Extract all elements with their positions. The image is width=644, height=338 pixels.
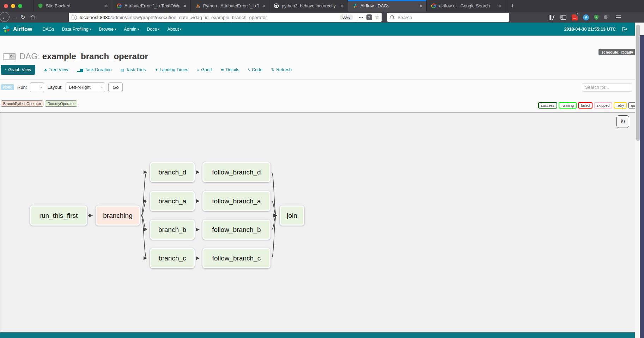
close-icon[interactable]: × [104,3,109,9]
browser-tab-site-blocked[interactable]: Site Blocked × [33,0,112,12]
divider [0,79,635,80]
menu-hamburger-icon[interactable] [614,13,622,21]
shield-extension-icon[interactable]: £ [593,13,600,21]
chevron-down-icon: ▾ [138,27,139,31]
chevron-down-icon: ▾ [158,27,160,31]
reload-button[interactable]: ↻ [19,13,27,21]
layout-select[interactable]: Left->Right▾ [66,82,105,92]
close-icon[interactable]: × [183,3,187,9]
menu-item-dags[interactable]: DAGs [38,27,58,32]
tab-title: python3: behave incorrectly mo [282,4,337,8]
library-icon[interactable] [547,13,555,21]
spheres-extension-icon[interactable] [603,13,611,21]
browser-tab-airflow-dags[interactable]: Airflow - DAGs × [348,0,426,12]
tab-graph-view[interactable]: *Graph View [1,65,35,75]
google-favicon [116,3,122,9]
tab-refresh[interactable]: ↻Refresh [271,67,292,72]
browser-tab-bar: Site Blocked × AttributeError: '_io.Text… [0,0,644,12]
close-window-button[interactable] [4,4,8,8]
dag-node-follow_branch_d[interactable]: follow_branch_d [202,162,271,182]
footer-bar [0,332,641,338]
tab-code[interactable]: ϟCode [248,67,262,72]
red-extension-icon[interactable]: ...1 [571,13,578,21]
menu-item-docs[interactable]: Docs▾ [143,27,163,32]
menu-item-about[interactable]: About▾ [163,27,185,32]
logout-icon[interactable] [621,26,628,32]
status-badge-success: success [538,102,557,109]
code-icon: ϟ [248,68,250,72]
browser-tab-python3-behave[interactable]: python3: behave incorrectly mo × [269,0,348,12]
dag-node-branch_a[interactable]: branch_a [150,191,195,211]
browser-search-bar[interactable] [387,13,509,22]
page-actions-icon[interactable]: ••• [359,16,364,19]
google-favicon [431,3,436,9]
dag-node-follow_branch_b[interactable]: follow_branch_b [202,220,271,240]
url-bar[interactable]: i localhost:8080 /admin/airflow/graph?ex… [69,13,382,22]
details-icon: ≣ [221,68,224,72]
browser-tab-google-search[interactable]: airflow ui - Google Search × [426,0,505,12]
bookmark-star-icon[interactable]: ☆ [375,14,379,20]
dag-node-follow_branch_a[interactable]: follow_branch_a [202,191,271,211]
zoom-level-badge[interactable]: 80% [340,14,353,20]
browser-search-input[interactable] [397,15,496,20]
task-tries-icon: ▤ [121,68,124,72]
run-select[interactable]: ▾ [30,82,44,92]
dag-node-branching[interactable]: branching [96,205,140,226]
task-duration-icon: ▂▆ [77,68,83,72]
blue-extension-icon[interactable]: V [582,13,590,21]
run-label: Run: [17,85,27,90]
forward-button[interactable]: → [11,13,19,21]
dag-pause-toggle[interactable]: Off [3,53,16,60]
dag-node-branch_b[interactable]: branch_b [150,220,195,240]
tab-task-duration[interactable]: ▂▆Task Duration [77,67,111,72]
schedule-badge: schedule: @daily [599,49,636,55]
pocket-icon[interactable]: ∨ [366,14,372,20]
tab-tree-view[interactable]: ♣Tree View [44,67,68,72]
dag-node-branch_d[interactable]: branch_d [150,162,195,182]
browser-tab-attributeerror[interactable]: AttributeError: '_io.TextIOWrapp × [112,0,190,12]
close-icon[interactable]: × [261,3,266,9]
sidebar-icon[interactable] [559,13,567,21]
dag-node-join[interactable]: join [280,205,304,226]
close-icon[interactable]: × [340,3,345,9]
shield-favicon [37,3,43,9]
operator-badge-dummyoperator: DummyOperator [45,100,77,107]
toggle-knob [4,54,9,59]
dag-node-follow_branch_c[interactable]: follow_branch_c [202,248,271,268]
tab-gantt[interactable]: ≡Gantt [197,67,212,72]
site-info-icon[interactable]: i [72,15,77,20]
new-tab-button[interactable]: + [505,0,520,12]
dag-node-branch_c[interactable]: branch_c [150,248,195,268]
chevron-down-icon: ▾ [38,83,44,92]
graph-view-icon: * [5,68,6,72]
close-icon[interactable]: × [419,3,423,9]
airflow-brand[interactable]: Airflow [2,25,32,34]
go-button[interactable]: Go [108,82,123,92]
status-badge-retry: retry [614,102,627,109]
chevron-down-icon: ▾ [99,83,105,92]
menu-item-data-profiling[interactable]: Data Profiling▾ [58,27,95,32]
status-badge-skipped: skipped [594,102,612,109]
dag-canvas[interactable]: ↻ run_this_firstbranchingbranch_dfollow_… [0,112,639,333]
utc-clock: 2018-04-30 21:55:13 UTC [564,27,616,32]
chevron-down-icon: ▾ [180,27,182,31]
zoom-window-button[interactable] [18,4,22,8]
menu-item-browse[interactable]: Browse▾ [95,27,120,32]
dag-node-run_this_first[interactable]: run_this_first [30,205,87,226]
tab-details[interactable]: ≣Details [221,67,239,72]
layout-label: Layout: [47,85,62,90]
dag-title-prefix: DAG: [19,51,40,61]
tab-task-tries[interactable]: ▤Task Tries [121,67,146,72]
brand-name: Airflow [13,26,32,32]
close-icon[interactable]: × [497,3,502,9]
urlbar-separator [356,14,356,20]
browser-tab-python-attributeerror[interactable]: Python - AttributeError: '_io.Tex × [190,0,269,12]
tab-landing-times[interactable]: ✈Landing Times [154,67,188,72]
back-button[interactable]: ← [0,12,10,22]
scrollbar-thumb[interactable] [636,25,640,141]
home-button[interactable] [28,13,37,21]
window-controls [0,0,23,12]
minimize-window-button[interactable] [11,4,15,8]
menu-item-admin[interactable]: Admin▾ [120,27,143,32]
task-search-input[interactable] [582,83,632,92]
